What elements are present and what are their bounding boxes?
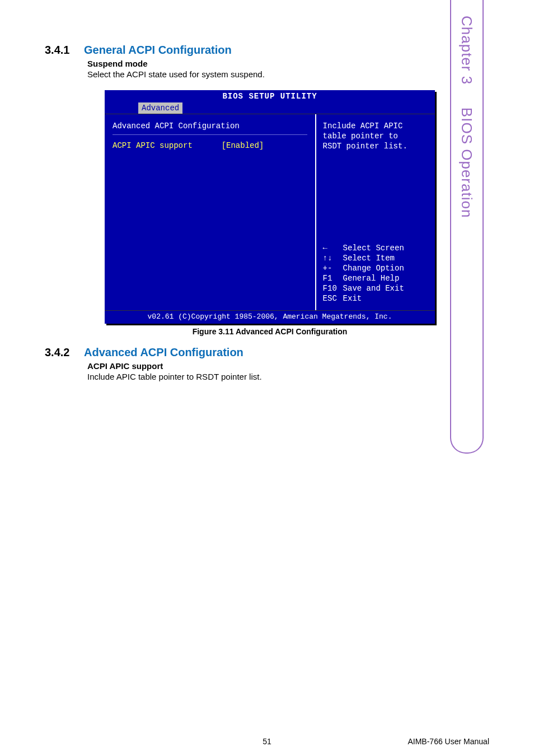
- setting-name: Suspend mode: [87, 59, 446, 68]
- bios-panel-title: Advanced ACPI Configuration: [113, 121, 307, 131]
- bios-key-action: General Help: [343, 274, 400, 283]
- bios-menu-tab-advanced[interactable]: Advanced: [138, 102, 182, 114]
- bios-key-action: Select Item: [343, 254, 395, 263]
- chapter-side-label: Chapter 3 BIOS Operation: [458, 16, 475, 218]
- bios-key-action: Change Option: [343, 264, 404, 273]
- bios-key-row: ←Select Screen: [323, 243, 428, 253]
- bios-option-row[interactable]: ACPI APIC support [Enabled]: [113, 141, 307, 151]
- bios-left-panel: Advanced ACPI Configuration ACPI APIC su…: [105, 114, 316, 310]
- bios-footer: v02.61 (C)Copyright 1985-2006, American …: [105, 310, 435, 324]
- section-3-4-1: 3.4.1 General ACPI Configuration Suspend…: [45, 44, 495, 79]
- bios-key-action: Exit: [343, 294, 362, 303]
- setting-description: Include APIC table pointer to RSDT point…: [87, 372, 446, 381]
- bios-right-panel: Include ACPI APIC table pointer to RSDT …: [316, 114, 435, 310]
- bios-help-line: RSDT pointer list.: [323, 141, 428, 151]
- bios-key-row: ESCExit: [323, 293, 428, 304]
- bios-key-row: ↑↓Select Item: [323, 253, 428, 263]
- figure-bios-screenshot: BIOS SETUP UTILITY Advanced Advanced ACP…: [105, 90, 435, 336]
- bios-key-row: +-Change Option: [323, 263, 428, 273]
- bios-key: ESC: [323, 293, 343, 304]
- bios-key-row: F1General Help: [323, 273, 428, 283]
- bios-divider: [113, 134, 307, 135]
- bios-key: +-: [323, 263, 343, 273]
- section-number: 3.4.1: [45, 44, 74, 57]
- section-title: General ACPI Configuration: [84, 44, 232, 57]
- chapter-title: BIOS Operation: [458, 108, 475, 218]
- chapter-number: Chapter 3: [458, 16, 475, 85]
- setting-description: Select the ACPI state used for system su…: [87, 69, 446, 79]
- section-3-4-2: 3.4.2 Advanced ACPI Configuration ACPI A…: [45, 346, 495, 381]
- bios-option-value: [Enabled]: [222, 141, 264, 151]
- figure-caption: Figure 3.11 Advanced ACPI Configuration: [105, 327, 435, 336]
- document-name: AIMB-766 User Manual: [407, 737, 489, 746]
- bios-help-line: Include ACPI APIC: [323, 121, 428, 131]
- page: Chapter 3 BIOS Operation 3.4.1 General A…: [0, 0, 534, 756]
- bios-menu-bar: Advanced: [105, 102, 435, 114]
- bios-title-bar: BIOS SETUP UTILITY: [105, 90, 435, 102]
- bios-key: ←: [323, 243, 343, 253]
- bios-key-action: Save and Exit: [343, 284, 404, 293]
- bios-help-text: Include ACPI APIC table pointer to RSDT …: [323, 121, 428, 151]
- bios-key: F10: [323, 283, 343, 293]
- bios-key: ↑↓: [323, 253, 343, 263]
- bios-window: BIOS SETUP UTILITY Advanced Advanced ACP…: [105, 90, 435, 324]
- bios-help-line: table pointer to: [323, 131, 428, 141]
- setting-name: ACPI APIC support: [87, 361, 446, 371]
- section-number: 3.4.2: [45, 346, 74, 359]
- bios-key-action: Select Screen: [343, 244, 404, 253]
- bios-key-legend: ←Select Screen ↑↓Select Item +-Change Op…: [323, 243, 428, 304]
- bios-key: F1: [323, 273, 343, 283]
- bios-body: Advanced ACPI Configuration ACPI APIC su…: [105, 114, 435, 310]
- bios-option-label: ACPI APIC support: [113, 141, 222, 151]
- section-title: Advanced ACPI Configuration: [84, 346, 243, 359]
- chapter-side-tab: Chapter 3 BIOS Operation: [450, 0, 484, 454]
- bios-key-row: F10Save and Exit: [323, 283, 428, 293]
